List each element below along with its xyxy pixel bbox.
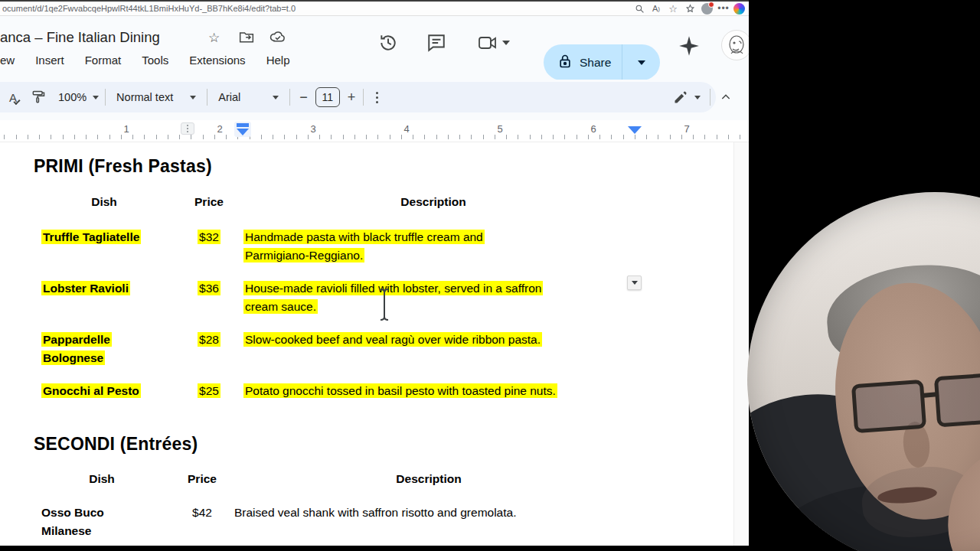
dish-description: Slow-cooked beef and veal ragù over wide… [243,332,542,347]
scrollbar[interactable] [733,142,749,546]
zoom-dropdown-icon [93,96,99,99]
ruler-number: 3 [310,123,315,135]
comments-icon[interactable] [426,33,446,53]
ruler-number: 2 [217,123,222,135]
decrease-font-size-button[interactable]: − [299,86,308,108]
column-header-description: Description [243,193,623,211]
font-dropdown-icon [273,96,279,99]
dish-name: Gnocchi al Pesto [41,383,141,398]
dish-description: Handmade pasta with black truffle cream … [243,230,485,262]
ruler-number: 7 [684,123,689,135]
menu-insert[interactable]: Insert [35,54,64,67]
dish-price: $42 [192,506,212,519]
copilot-icon[interactable] [732,2,749,15]
editing-mode-dropdown-icon [694,96,701,99]
gemini-icon[interactable] [678,35,700,57]
paragraph-style-select[interactable]: Normal text [116,86,196,108]
presenter-webcam-circle [747,192,980,551]
share-dropdown[interactable] [622,60,660,65]
menu-tools[interactable]: Tools [142,54,168,67]
menu-help[interactable]: Help [266,54,290,67]
font-select[interactable]: Arial [218,86,279,108]
table-header-row: Dish Price Description [34,193,623,211]
column-header-description: Description [234,470,623,488]
toolbar-overflow-icon[interactable] [376,86,378,108]
table-header-row: Dish Price Description [34,470,623,488]
account-avatar[interactable] [721,30,749,60]
text-cursor [378,288,390,324]
font-size-input[interactable]: 11 [315,87,340,107]
share-button-label: Share [580,56,611,70]
ruler-ticks [0,135,749,139]
document-title[interactable]: anca – Fine Italian Dining [0,29,160,46]
section-heading-primi: PRIMI (Fresh Pastas) [34,156,212,177]
browser-url-bar: ocument/d/1qe2FwvabcqeHpwlRt44tkL1BmiHxH… [0,0,749,16]
table-row: Osso Buco Milanese $42 Braised veal shan… [34,504,623,540]
menu-format[interactable]: Format [85,54,122,67]
dish-name: Osso Buco Milanese [41,506,104,537]
docs-menubar: ew Insert Format Tools Extensions Help [0,54,289,67]
ruler-number: 5 [497,123,502,135]
style-dropdown-icon [190,96,196,99]
video-call-button[interactable] [478,34,510,51]
dish-price: $36 [198,281,220,295]
move-folder-icon[interactable] [239,30,254,47]
section-heading-secondi: SECONDI (Entrées) [34,434,198,455]
table-dropdown-button[interactable] [627,276,642,290]
browser-window: ocument/d/1qe2FwvabcqeHpwlRt44tkL1BmiHxH… [0,0,749,546]
primi-table: Dish Price Description Truffle Tagliatel… [34,193,623,415]
increase-font-size-button[interactable]: + [348,86,356,108]
star-icon[interactable]: ☆ [208,30,220,46]
secondi-table: Dish Price Description Osso Buco Milanes… [34,470,623,546]
ruler-number: 4 [403,123,409,135]
dish-price: $25 [198,383,220,398]
hide-menus-icon[interactable] [720,86,732,108]
table-row: Truffle Tagliatelle $32 Handmade pasta w… [34,228,623,265]
zoom-select[interactable]: 100% [58,86,99,108]
webcam-vignette [747,192,980,551]
column-header-dish: Dish [34,193,175,211]
favorite-star-icon[interactable]: ☆ [665,2,681,15]
dish-price: $28 [198,332,220,347]
left-indent-marker[interactable] [234,122,251,137]
docs-toolbar: A 100% Normal text Arial − 11 + [0,80,749,120]
url-text[interactable]: ocument/d/1qe2FwvabcqeHpwlRt44tkL1BmiHxH… [0,4,631,13]
dish-price: $32 [198,230,220,244]
version-history-icon[interactable] [378,33,398,53]
dish-description: Braised veal shank with saffron risotto … [234,506,516,519]
document-page[interactable]: PRIMI (Fresh Pastas) Dish Price Descript… [0,142,733,546]
lock-icon [558,54,572,72]
column-header-price: Price [175,193,243,211]
ruler-number: 1 [123,123,129,135]
video-call-dropdown-icon [502,41,510,45]
ruler-number: 6 [590,123,596,135]
read-aloud-icon[interactable]: A) [648,2,665,15]
table-border-marker[interactable] [181,122,194,135]
screen: ocument/d/1qe2FwvabcqeHpwlRt44tkL1BmiHxH… [0,0,980,551]
ruler[interactable]: 1 2 3 4 5 6 7 [0,120,749,142]
dish-name: Lobster Ravioli [41,281,130,295]
more-icon[interactable]: ••• [715,2,732,15]
menu-view-partial[interactable]: ew [0,54,15,67]
table-row: Pappardelle Bolognese $28 Slow-cooked be… [34,331,623,367]
paint-format-icon[interactable] [31,86,46,108]
spellcheck-icon[interactable]: A [9,86,20,108]
dish-description: Potato gnocchi tossed in basil pesto wit… [243,383,557,398]
cloud-saved-icon[interactable] [270,30,286,47]
dish-name: Truffle Tagliatelle [41,230,141,244]
table-row: Gnocchi al Pesto $25 Potato gnocchi toss… [34,382,623,400]
menu-extensions[interactable]: Extensions [189,54,245,67]
editing-mode-button[interactable] [673,86,701,108]
dish-description: House-made ravioli filled with lobster, … [243,281,543,314]
dish-name: Pappardelle Bolognese [41,332,112,365]
search-icon[interactable] [631,2,648,15]
column-header-price: Price [170,470,234,488]
share-button[interactable]: Share [544,44,660,80]
docs-header: anca – Fine Italian Dining ☆ ew Insert F… [0,16,749,80]
collections-icon[interactable] [681,2,698,15]
browser-profile-avatar[interactable] [698,2,715,15]
column-header-dish: Dish [34,470,170,488]
right-indent-marker[interactable] [628,126,642,134]
table-row: Lobster Ravioli $36 House-made ravioli f… [34,279,623,316]
